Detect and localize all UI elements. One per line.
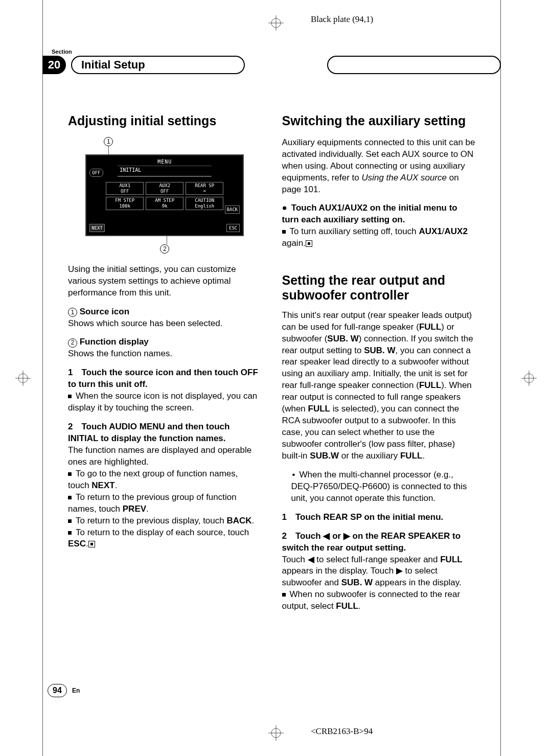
- screen-figure: 1 OFF MENU INITIAL AUX1OFF AUX2OFF REAR …: [85, 137, 244, 254]
- screen-btn-caution: CAUTIONEnglish: [186, 197, 223, 210]
- header-pill-empty: [327, 56, 501, 74]
- screen-back-btn: BACK: [225, 205, 240, 214]
- screen-btn-amstep: AM STEP9k: [146, 197, 183, 210]
- rear-step2: 2 Touch ◀ or ▶ on the REAR SPEAKER to sw…: [282, 531, 476, 613]
- screen-initial-label: INITIAL: [118, 166, 212, 177]
- crop-mark-icon: [268, 725, 284, 741]
- screen-btn-aux2: AUX2OFF: [146, 182, 183, 195]
- intro-text: Using the initial settings, you can cust…: [68, 264, 262, 299]
- callout-1: 1: [104, 137, 113, 146]
- aux-intro: Auxiliary equipments connected to this u…: [282, 137, 476, 196]
- device-screen: OFF MENU INITIAL AUX1OFF AUX2OFF REAR SP…: [85, 154, 244, 236]
- plate-label: Black plate (94,1): [311, 14, 373, 25]
- rear-note: When the multi-channel processor (e.g., …: [282, 469, 476, 505]
- step2: 2 Touch AUDIO MENU and then touch INITIA…: [68, 421, 262, 550]
- end-mark-icon: [88, 541, 95, 547]
- language-label: En: [72, 687, 80, 694]
- end-mark-icon: [306, 240, 312, 247]
- rear-body: This unit's rear output (rear speaker le…: [282, 310, 476, 462]
- heading-aux: Switching the auxiliary setting: [282, 112, 476, 130]
- screen-btn-fmstep: FM STEP100k: [106, 197, 144, 210]
- square-bullet-icon: [68, 469, 76, 478]
- screen-btn-rearsp: REAR SP➡: [186, 182, 223, 195]
- square-bullet-icon: [282, 589, 290, 599]
- heading-rear: Setting the rear output and subwoofer co…: [282, 273, 476, 303]
- callout2-desc: 2 Function display Shows the function na…: [68, 336, 262, 360]
- section-label: Section: [52, 49, 501, 55]
- crop-mark-icon: [521, 371, 537, 386]
- step1: 1 Touch the source icon and then touch O…: [68, 367, 262, 414]
- callout1-desc: 1 Source icon Shows which source has bee…: [68, 306, 262, 330]
- aux-lead: Touch AUX1/AUX2 on the initial menu to t…: [282, 202, 476, 249]
- page-number: 94: [48, 684, 67, 697]
- screen-esc-btn: ESC: [226, 224, 240, 232]
- screen-off-icon: OFF: [89, 169, 103, 177]
- screen-menu-label: MENU: [118, 158, 212, 167]
- left-column: Adjusting initial settings 1 OFF MENU IN…: [68, 112, 262, 620]
- screen-btn-aux1: AUX1OFF: [106, 182, 144, 195]
- square-bullet-icon: [68, 516, 76, 525]
- dot-bullet-icon: [291, 470, 300, 479]
- square-bullet-icon: [68, 391, 76, 401]
- doc-code: <CRB2163-B>94: [311, 726, 373, 737]
- round-bullet-icon: [282, 203, 291, 213]
- section-number-badge: 20: [42, 56, 66, 74]
- page-footer: 94 En: [48, 684, 80, 697]
- callout-2: 2: [160, 244, 169, 254]
- heading-adjusting: Adjusting initial settings: [68, 112, 262, 130]
- square-bullet-icon: [68, 492, 76, 502]
- square-bullet-icon: [68, 528, 76, 537]
- section-title: Initial Setup: [71, 56, 245, 74]
- right-column: Switching the auxiliary setting Auxiliar…: [282, 112, 476, 620]
- crop-mark-icon: [268, 15, 284, 31]
- section-header: 20 Initial Setup: [42, 56, 501, 74]
- square-bullet-icon: [282, 226, 290, 236]
- screen-next-btn: NEXT: [89, 224, 105, 232]
- crop-mark-icon: [15, 371, 31, 386]
- rear-step1: 1 Touch REAR SP on the initial menu.: [282, 512, 476, 523]
